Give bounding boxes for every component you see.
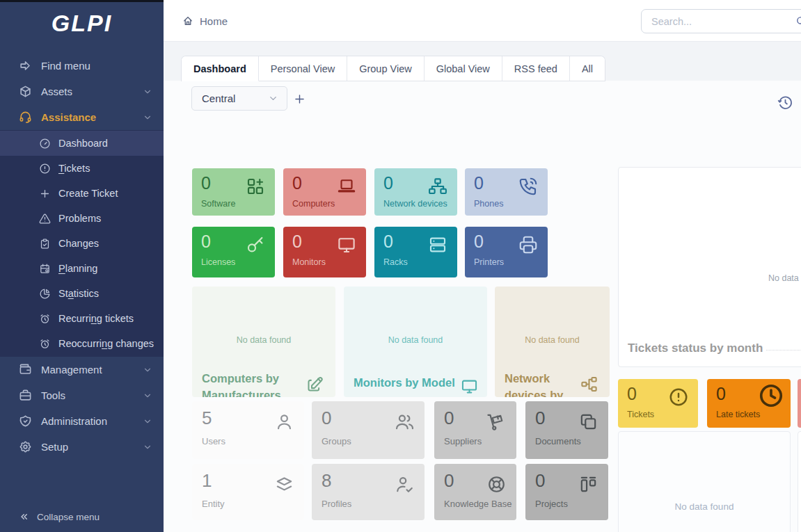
search-icon[interactable] bbox=[795, 15, 801, 27]
sidebar-item-administration[interactable]: Administration bbox=[0, 408, 164, 434]
chart-card-network-devices[interactable]: No data found Network devices by bbox=[495, 287, 610, 397]
dashboard-select[interactable]: Central bbox=[191, 86, 287, 111]
sidebar-item-label: Find menu bbox=[41, 60, 152, 72]
tile-label: Software bbox=[201, 199, 235, 209]
sidebar-top-line bbox=[0, 0, 164, 2]
sidebar-item-management[interactable]: Management bbox=[0, 357, 164, 382]
stat-tile-profiles[interactable]: 8 Profiles bbox=[312, 464, 425, 520]
sidebar-item-setup[interactable]: Setup bbox=[0, 434, 164, 460]
asset-tile-monitors[interactable]: 0 Monitors bbox=[283, 227, 366, 277]
alert-circle-icon bbox=[39, 163, 51, 175]
submenu-item-label: Tickets bbox=[58, 163, 90, 174]
asset-tile-software[interactable]: 0 Software bbox=[192, 168, 275, 216]
breadcrumb[interactable]: Home bbox=[182, 0, 228, 42]
submenu-item-label: Recurring tickets bbox=[58, 313, 134, 324]
gear-icon bbox=[19, 440, 32, 453]
tab-global-view[interactable]: Global View bbox=[425, 56, 502, 81]
kanban-icon bbox=[578, 474, 598, 494]
chevron-down-icon bbox=[143, 442, 152, 452]
chevrons-left-icon bbox=[19, 511, 30, 522]
submenu-item-dashboard[interactable]: Dashboard bbox=[0, 131, 164, 156]
ticket-tile-late-tickets[interactable]: 0 Late tickets bbox=[707, 379, 791, 428]
tile-count: 0 bbox=[444, 470, 454, 492]
monitor-icon bbox=[336, 234, 357, 255]
tile-label: Knowledge Base bbox=[444, 499, 512, 509]
chart-card-monitors-by-model[interactable]: No data found Monitors by Model bbox=[344, 287, 487, 397]
asset-tile-computers[interactable]: 0 Computers bbox=[283, 168, 366, 216]
chevron-down-icon bbox=[268, 93, 278, 104]
stat-tile-entity[interactable]: 1 Entity bbox=[192, 464, 304, 520]
submenu-item-tickets[interactable]: Tickets bbox=[0, 156, 164, 181]
calendar-icon bbox=[39, 263, 51, 275]
key-icon bbox=[245, 234, 266, 255]
chart-card-empty[interactable]: No data found bbox=[618, 431, 791, 532]
no-data-label: No data found bbox=[495, 335, 610, 345]
submenu-item-recurring-tickets[interactable]: Recurring tickets bbox=[0, 306, 164, 331]
asset-tile-printers[interactable]: 0 Printers bbox=[465, 227, 548, 277]
asset-tile-licenses[interactable]: 0 Licenses bbox=[192, 227, 275, 277]
stat-tile-projects[interactable]: 0 Projects bbox=[525, 464, 608, 520]
submenu-item-changes[interactable]: Changes bbox=[0, 231, 164, 256]
search-input[interactable] bbox=[641, 9, 801, 33]
tab-personal-view[interactable]: Personal View bbox=[259, 56, 347, 81]
sidebar-item-label: Administration bbox=[41, 415, 134, 427]
tab-all[interactable]: All bbox=[570, 56, 605, 81]
user-check-icon bbox=[395, 474, 415, 494]
sidebar-item-assets[interactable]: Assets bbox=[0, 79, 164, 104]
ticket-tile-peek[interactable] bbox=[798, 379, 801, 428]
tab-group-view[interactable]: Group View bbox=[347, 56, 425, 81]
user-icon bbox=[274, 412, 294, 432]
sidebar-item-label: Assistance bbox=[41, 111, 134, 123]
alarm-icon bbox=[39, 338, 51, 350]
tile-count: 1 bbox=[202, 470, 212, 492]
home-icon bbox=[182, 15, 194, 27]
glpi-logo[interactable]: GLPI bbox=[0, 10, 164, 37]
tile-count: 0 bbox=[444, 408, 454, 429]
collapse-menu-button[interactable]: Collapse menu bbox=[0, 503, 118, 531]
chart-card-title: Network devices by bbox=[505, 370, 582, 397]
chart-card-computers-by-manufacturers[interactable]: No data found Computers by Manufacturers bbox=[192, 287, 335, 397]
chevron-down-icon bbox=[143, 417, 152, 426]
printer-icon bbox=[518, 234, 539, 255]
tile-label: Computers bbox=[292, 199, 335, 209]
sidebar-item-find-menu[interactable]: Find menu bbox=[0, 53, 164, 79]
tab-dashboard[interactable]: Dashboard bbox=[182, 56, 259, 81]
tile-count: 5 bbox=[202, 408, 212, 429]
submenu-item-problems[interactable]: Problems bbox=[0, 206, 164, 231]
add-dashboard-button[interactable] bbox=[290, 90, 308, 108]
submenu-item-planning[interactable]: Planning bbox=[0, 256, 164, 281]
submenu-item-reoccurring-changes[interactable]: Reoccurring changes bbox=[0, 331, 164, 356]
tab-rss-feed[interactable]: RSS feed bbox=[502, 56, 570, 81]
chart-card-peek[interactable] bbox=[798, 431, 801, 532]
no-data-label: No data found bbox=[768, 273, 801, 283]
tile-label: Users bbox=[202, 436, 225, 446]
tile-count: 0 bbox=[201, 232, 211, 252]
stat-tile-documents[interactable]: 0 Documents bbox=[525, 401, 608, 459]
tile-count: 0 bbox=[474, 232, 484, 252]
sidebar-item-label: Assets bbox=[41, 86, 134, 97]
submenu-item-statistics[interactable]: Statistics bbox=[0, 281, 164, 306]
stat-tile-groups[interactable]: 0 Groups bbox=[312, 401, 425, 459]
sidebar-item-tools[interactable]: Tools bbox=[0, 382, 164, 408]
asset-tile-network-devices[interactable]: 0 Network devices bbox=[374, 168, 457, 216]
history-icon bbox=[777, 95, 793, 111]
chart-card-tickets-status-by-month[interactable]: No data found Tickets status by month bbox=[618, 167, 801, 367]
collapse-menu-label: Collapse menu bbox=[37, 512, 100, 522]
stat-tile-users[interactable]: 5 Users bbox=[192, 401, 304, 459]
dotted-divider bbox=[766, 350, 801, 350]
sidebar: GLPI Find menu Assets Assistance Dashboa… bbox=[0, 0, 164, 532]
stat-tile-knowledge-base[interactable]: 0 Knowledge Base bbox=[434, 464, 516, 520]
sidebar-item-label: Management bbox=[41, 364, 134, 376]
tree-icon bbox=[580, 375, 598, 394]
ticket-tile-tickets[interactable]: 0 Tickets bbox=[618, 379, 698, 428]
history-button[interactable] bbox=[777, 95, 795, 112]
submenu-item-create-ticket[interactable]: Create Ticket bbox=[0, 181, 164, 206]
asset-tile-racks[interactable]: 0 Racks bbox=[374, 227, 457, 277]
asset-tile-phones[interactable]: 0 Phones bbox=[465, 168, 548, 216]
stat-tile-suppliers[interactable]: 0 Suppliers bbox=[434, 401, 516, 459]
sidebar-item-assistance[interactable]: Assistance bbox=[0, 104, 164, 130]
no-data-label: No data found bbox=[619, 501, 790, 512]
tile-count: 0 bbox=[535, 470, 545, 492]
users-icon bbox=[395, 412, 415, 432]
chart-card-title: Tickets status by month bbox=[628, 341, 763, 355]
